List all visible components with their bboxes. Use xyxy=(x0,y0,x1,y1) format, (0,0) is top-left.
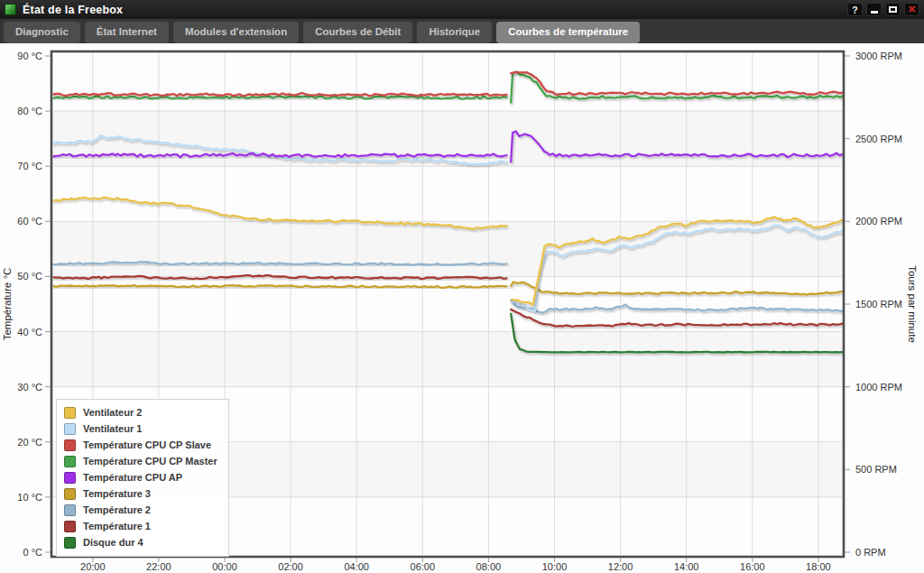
tab-bar: DiagnosticÉtat InternetModules d'extensi… xyxy=(0,19,924,43)
plot-band xyxy=(53,111,844,166)
series-line-temp-rature-cpu-cp-slave xyxy=(511,72,843,95)
y-left-tick-label: 20 °C xyxy=(17,437,42,448)
legend-item-temp-rature-cpu-cp-slave: Température CPU CP Slave xyxy=(64,439,217,451)
x-tick-label: 00:00 xyxy=(212,561,237,572)
legend-swatch-icon xyxy=(64,472,76,484)
tab-courbes-de-d-bit[interactable]: Courbes de Débit xyxy=(303,22,412,43)
y-right-tick-label: 2500 RPM xyxy=(855,134,902,144)
legend-label: Température 3 xyxy=(83,488,151,500)
legend-item-temp-rature-cpu-cp-master: Température CPU CP Master xyxy=(64,456,217,467)
y-right-tick-label: 2000 RPM xyxy=(855,216,902,226)
legend-label: Température 2 xyxy=(83,504,151,516)
legend-label: Température CPU CP Master xyxy=(83,456,217,467)
tab-modules-d-extension[interactable]: Modules d'extension xyxy=(173,22,299,43)
series-line-temp-rature-3 xyxy=(511,282,843,295)
plot-band xyxy=(53,332,844,387)
maximize-button[interactable] xyxy=(885,3,901,16)
y-left-tick-label: 50 °C xyxy=(17,271,42,282)
x-tick-label: 08:00 xyxy=(476,561,502,572)
series-line-temp-rature-cpu-cp-slave xyxy=(53,93,507,96)
legend-label: Température CPU CP Slave xyxy=(83,439,211,451)
x-tick-label: 20:00 xyxy=(80,561,106,572)
window-title: État de la Freebox xyxy=(23,4,123,16)
y-left-tick-label: 90 °C xyxy=(17,51,42,61)
close-button[interactable]: ✕ xyxy=(904,3,919,16)
y-left-tick-label: 40 °C xyxy=(17,327,42,337)
legend-label: Disque dur 4 xyxy=(83,537,143,549)
tab-diagnostic[interactable]: Diagnostic xyxy=(4,22,80,43)
y-axis-left-title: Température °C xyxy=(2,268,13,341)
y-left-tick-label: 10 °C xyxy=(17,492,42,503)
title-bar: État de la Freebox ? ✕ xyxy=(0,0,924,19)
freebox-app-icon xyxy=(5,4,16,15)
x-tick-label: 12:00 xyxy=(608,561,633,572)
legend-label: Ventilateur 1 xyxy=(83,423,142,435)
help-button[interactable]: ? xyxy=(847,3,863,16)
y-left-tick-label: 80 °C xyxy=(17,106,42,116)
y-left-tick-label: 30 °C xyxy=(17,382,42,393)
y-right-tick-label: 0 RPM xyxy=(855,547,886,558)
x-tick-label: 10:00 xyxy=(542,561,568,572)
legend-item-ventilateur-2: Ventilateur 2 xyxy=(64,407,217,419)
x-tick-label: 02:00 xyxy=(278,561,303,572)
legend-swatch-icon xyxy=(64,439,76,451)
legend-swatch-icon xyxy=(64,488,76,500)
legend-swatch-icon xyxy=(64,537,76,549)
tab--tat-internet[interactable]: État Internet xyxy=(85,22,169,43)
legend-item-temp-rature-1: Température 1 xyxy=(64,521,217,532)
legend-item-ventilateur-1: Ventilateur 1 xyxy=(64,423,217,435)
legend-swatch-icon xyxy=(64,407,76,419)
y-left-tick-label: 60 °C xyxy=(17,216,42,226)
series-line-temp-rature-cpu-cp-master xyxy=(53,97,507,99)
minimize-button[interactable] xyxy=(866,3,882,16)
x-tick-label: 06:00 xyxy=(411,561,436,572)
x-tick-label: 14:00 xyxy=(674,561,699,572)
legend-label: Température CPU AP xyxy=(83,472,182,484)
y-right-tick-label: 500 RPM xyxy=(855,464,897,475)
freebox-status-window: État de la Freebox ? ✕ DiagnosticÉtat In… xyxy=(0,0,924,573)
legend-item-temp-rature-cpu-ap: Température CPU AP xyxy=(64,472,217,484)
chart-area: 90 °C80 °C70 °C60 °C50 °C40 °C30 °C20 °C… xyxy=(0,43,924,573)
window-buttons: ? ✕ xyxy=(847,3,919,16)
y-right-tick-label: 1000 RPM xyxy=(855,382,902,393)
y-left-tick-label: 0 °C xyxy=(23,547,42,558)
legend-swatch-icon xyxy=(64,423,76,435)
legend-label: Ventilateur 2 xyxy=(83,407,142,419)
x-tick-label: 16:00 xyxy=(740,561,765,572)
minimize-icon xyxy=(871,11,878,14)
y-right-tick-label: 1500 RPM xyxy=(855,299,902,310)
legend-item-temp-rature-3: Température 3 xyxy=(64,488,217,500)
legend-swatch-icon xyxy=(64,521,76,532)
series-line-temp-rature-2 xyxy=(511,300,843,313)
y-axis-right-title: Tours par minute xyxy=(907,265,918,343)
x-tick-label: 18:00 xyxy=(806,561,831,572)
y-right-tick-label: 3000 RPM xyxy=(855,51,902,61)
chart-legend: Ventilateur 2Ventilateur 1Température CP… xyxy=(56,399,229,557)
legend-label: Température 1 xyxy=(83,521,151,532)
x-tick-label: 04:00 xyxy=(344,561,369,572)
tab-courbes-de-temp-rature[interactable]: Courbes de température xyxy=(496,22,640,43)
legend-swatch-icon xyxy=(64,456,76,467)
tab-historique[interactable]: Historique xyxy=(417,22,492,43)
series-line-temp-rature-1 xyxy=(511,310,843,327)
legend-swatch-icon xyxy=(64,504,76,516)
series-line-temp-rature-3 xyxy=(53,285,507,288)
legend-item-disque-dur-4: Disque dur 4 xyxy=(64,537,217,549)
legend-item-temp-rature-2: Température 2 xyxy=(64,504,217,516)
series-line-temp-rature-cpu-cp-master xyxy=(511,72,843,103)
maximize-icon xyxy=(889,6,897,13)
y-left-tick-label: 70 °C xyxy=(17,161,42,171)
x-tick-label: 22:00 xyxy=(146,561,171,572)
